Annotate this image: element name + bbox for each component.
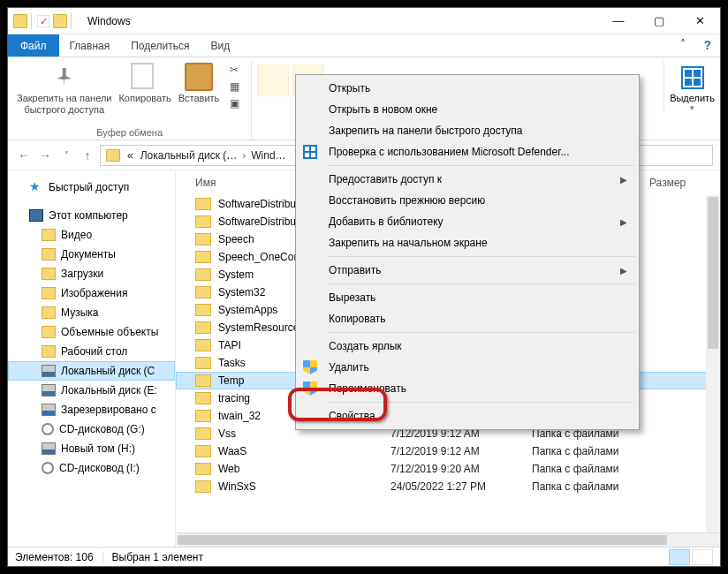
file-row[interactable]: WaaS7/12/2019 9:12 AMПапка с файлами (176, 442, 720, 460)
breadcrumb[interactable]: Wind… (247, 149, 289, 162)
nav-item-label: CD-дисковод (I:) (59, 462, 140, 474)
tab-share[interactable]: Поделиться (120, 34, 200, 57)
nav-item-label: Рабочий стол (61, 345, 127, 358)
recent-button[interactable]: ˅ (56, 145, 77, 166)
cut-icon[interactable]: ✂ (226, 63, 242, 77)
context-menu[interactable]: ОткрытьОткрыть в новом окнеЗакрепить на … (295, 74, 640, 430)
navigation-pane[interactable]: ★Быстрый доступЭтот компьютерВидеоДокуме… (8, 170, 176, 547)
folder-icon (195, 251, 211, 263)
context-menu-item[interactable]: Открыть в новом окне (299, 99, 636, 120)
tab-file[interactable]: Файл (8, 34, 59, 57)
folder-icon (195, 463, 211, 475)
up-button[interactable]: ↑ (77, 145, 98, 166)
clipboard-extra: ✂ ▦ ▣ (223, 61, 246, 117)
minimize-button[interactable]: — (598, 8, 639, 34)
folder-icon (195, 304, 211, 316)
context-menu-item[interactable]: Добавить в библиотеку▶ (299, 211, 636, 232)
shield-icon (303, 381, 317, 396)
defender-icon (303, 145, 317, 159)
context-menu-item[interactable]: Предоставить доступ к▶ (299, 169, 636, 190)
file-name: Web (218, 463, 391, 475)
pin-quick-access-button[interactable]: Закрепить на панели быстрого доступа (13, 61, 115, 117)
tab-home[interactable]: Главная (59, 34, 121, 57)
nav-item[interactable]: Рабочий стол (8, 342, 175, 361)
submenu-arrow-icon: ▶ (620, 217, 627, 227)
ribbon-group-clipboard: Закрепить на панели быстрого доступа Коп… (8, 61, 252, 140)
paste-button[interactable]: Вставить (175, 61, 224, 117)
close-button[interactable]: ✕ (679, 8, 720, 34)
submenu-arrow-icon: ▶ (620, 175, 627, 185)
nav-item[interactable]: Видео (8, 225, 175, 245)
folder-icon (42, 306, 56, 319)
context-menu-item[interactable]: Удалить (299, 357, 636, 378)
context-menu-item[interactable]: Переименовать (299, 378, 636, 399)
nav-item[interactable]: Зарезервировано с (8, 400, 175, 419)
nav-item[interactable]: Загрузки (8, 264, 175, 283)
nav-item[interactable]: ★Быстрый доступ (8, 177, 175, 197)
copy-path-icon[interactable]: ▦ (226, 79, 242, 94)
context-menu-item[interactable]: Копировать (299, 308, 636, 329)
paste-shortcut-icon[interactable]: ▣ (226, 96, 242, 110)
nav-item[interactable]: Объемные объекты (8, 322, 175, 342)
file-row[interactable]: Web7/12/2019 9:20 AMПапка с файлами (176, 460, 720, 478)
details-view-button[interactable] (669, 549, 690, 565)
copy-icon (131, 63, 159, 91)
pc-icon (29, 209, 43, 222)
nav-item-label: Локальный диск (C (61, 365, 155, 377)
file-date: 7/12/2019 9:12 AM (391, 445, 532, 457)
copy-button[interactable]: Копировать (115, 61, 174, 117)
nav-item[interactable]: Новый том (H:) (8, 439, 175, 458)
forward-button[interactable]: → (34, 145, 56, 166)
nav-item[interactable]: CD-дисковод (G:) (8, 419, 175, 439)
cd-icon (42, 423, 54, 435)
nav-item[interactable]: Документы (8, 245, 175, 264)
context-menu-item[interactable]: Вырезать (299, 287, 636, 308)
vertical-scrollbar[interactable] (706, 195, 720, 532)
context-menu-item[interactable]: Отправить▶ (299, 260, 636, 281)
context-menu-item[interactable]: Закрепить на панели быстрого доступа (299, 120, 636, 141)
context-menu-item[interactable]: Создать ярлык (299, 336, 636, 357)
nav-item[interactable]: Локальный диск (E: (8, 381, 175, 400)
drive-icon (42, 442, 56, 455)
folder-icon (195, 286, 211, 298)
back-button[interactable]: ← (13, 145, 34, 166)
qat-check-icon[interactable]: ✓ (37, 15, 49, 27)
nav-item[interactable]: CD-дисковод (I:) (8, 458, 175, 478)
folder-icon (13, 14, 27, 28)
star-icon: ★ (29, 181, 43, 193)
maximize-button[interactable]: ▢ (639, 8, 679, 34)
collapse-ribbon-button[interactable]: ˄ (671, 34, 694, 57)
select-icon[interactable] (681, 66, 704, 89)
file-type: Папка с файлами (532, 480, 619, 493)
nav-item[interactable]: Музыка (8, 303, 175, 322)
context-menu-item[interactable]: Свойства (299, 405, 636, 427)
nav-item-label: Документы (61, 248, 116, 261)
breadcrumb[interactable]: Локальный диск (… (137, 149, 241, 162)
folder-icon (42, 287, 56, 299)
folder-icon (195, 321, 211, 334)
horizontal-scrollbar[interactable] (176, 532, 720, 547)
folder-icon (195, 268, 211, 281)
nav-item[interactable]: Изображения (8, 283, 175, 303)
nav-item[interactable]: Этот компьютер (8, 206, 175, 225)
explorer-window: ✓ Windows — ▢ ✕ Файл Главная Поделиться … (7, 7, 721, 567)
context-menu-item[interactable]: Закрепить на начальном экране (299, 232, 636, 253)
drive-icon (42, 384, 56, 397)
file-row[interactable]: WinSxS24/05/2022 1:27 PMПапка с файлами (176, 478, 720, 495)
context-menu-item[interactable]: Проверка с использованием Microsoft Defe… (299, 141, 636, 162)
context-menu-item[interactable]: Восстановить прежнюю версию (299, 190, 636, 211)
thumbnails-view-button[interactable] (692, 549, 713, 565)
help-button[interactable]: ? (694, 34, 720, 57)
ribbon-group-select: Выделить ▾ (664, 61, 720, 112)
folder-icon (195, 339, 211, 351)
nav-item-label: CD-дисковод (G:) (59, 423, 145, 435)
window-title: Windows (87, 15, 131, 27)
folder-icon (42, 229, 56, 241)
tab-view[interactable]: Вид (200, 34, 240, 57)
ribbon-tabs: Файл Главная Поделиться Вид ˄ ? (8, 34, 720, 57)
context-menu-item[interactable]: Открыть (299, 78, 636, 99)
pin-icon (50, 63, 79, 91)
nav-item-label: Загрузки (61, 268, 103, 280)
file-name: WinSxS (218, 480, 391, 493)
nav-item[interactable]: Локальный диск (C (8, 361, 175, 381)
